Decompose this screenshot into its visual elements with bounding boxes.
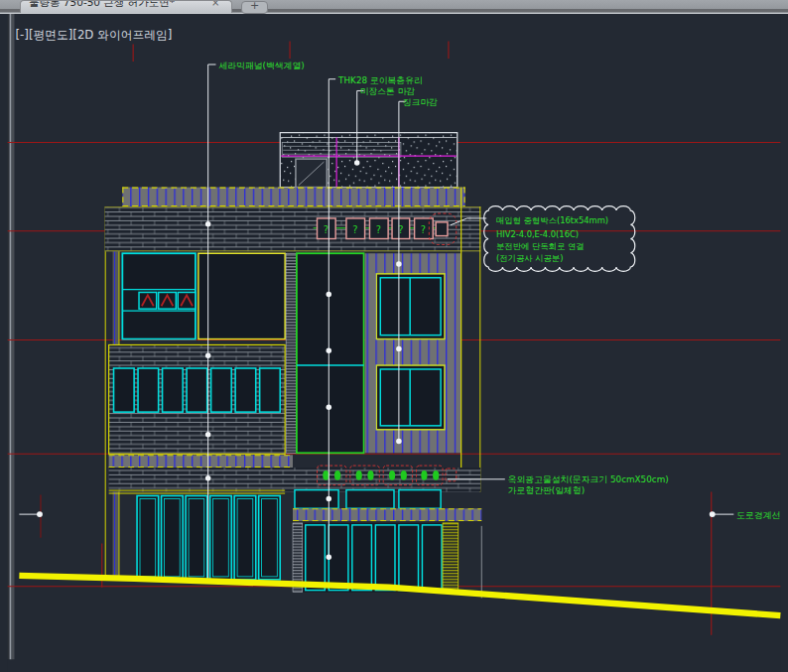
label-zinc-finish: 징크마감 xyxy=(403,97,438,107)
ribbon-window xyxy=(163,368,184,412)
storefront-pane xyxy=(375,525,395,591)
ribbon-window xyxy=(138,368,159,412)
box-glyph: ? xyxy=(376,224,381,235)
transom-window xyxy=(295,490,338,509)
siding-window-upper xyxy=(376,274,445,339)
label-signage-2: 가로형간판(일체형) xyxy=(508,486,585,496)
box-glyph: ? xyxy=(421,224,426,235)
ribbon-window xyxy=(211,368,232,412)
box-glyph: ? xyxy=(352,224,357,235)
callout-text-3: 분전반에 단독회로 연결 xyxy=(496,241,585,251)
curtain-wall-window xyxy=(297,253,364,453)
balcony-rail-band xyxy=(109,455,293,468)
storefront-pane xyxy=(399,525,419,591)
label-road-boundary: 도로경계선 xyxy=(736,510,780,520)
ribbon-window xyxy=(187,368,207,412)
callout-text-2: HIV2-4.0,E-4.0(16C) xyxy=(496,229,579,239)
file-tab-bar: 물량동 750-50 근생 허가도면* × + xyxy=(0,0,788,14)
ribbon-window xyxy=(260,368,281,412)
second-floor-left-block xyxy=(109,344,286,454)
signage-band xyxy=(109,466,505,491)
ribbon-window xyxy=(235,368,256,412)
model-space-canvas[interactable]: ? ? ? ? ? xyxy=(0,13,788,672)
label-glass: THK28 로이복층유리 xyxy=(337,75,423,85)
storefront-pane xyxy=(352,525,372,591)
window-mid-unit xyxy=(198,253,285,338)
penthouse xyxy=(280,133,458,188)
electrical-box-small xyxy=(436,222,448,236)
label-stone-finish: 미장스톤 마감 xyxy=(360,86,416,96)
corner-column-hatch xyxy=(443,523,459,593)
building-elevation: ? ? ? ? ? xyxy=(105,133,505,599)
label-signage-1: 옥외광고물설치(문자크기 50cmX50cm) xyxy=(508,474,669,484)
label-ceramic-panel: 세라믹패널(백색계열) xyxy=(218,61,304,70)
storefront-pane xyxy=(306,525,326,591)
transom-windows xyxy=(295,490,441,509)
siding-window-lower xyxy=(376,365,445,430)
transom-window xyxy=(346,490,394,509)
storefront-pane xyxy=(328,525,348,591)
plus-icon: + xyxy=(250,1,259,12)
roof-parapet-band xyxy=(122,188,464,207)
drawing-file-tab-title: 물량동 750-50 근생 허가도면* xyxy=(29,0,175,10)
transom-window xyxy=(399,490,441,509)
left-window-edge xyxy=(8,13,15,659)
new-tab-button[interactable]: + xyxy=(241,1,268,14)
tab-close-icon[interactable]: × xyxy=(211,0,219,8)
mullion-hatch xyxy=(286,253,297,453)
viewport-controls-label[interactable]: [-][평면도][2D 와이어프레임] xyxy=(15,28,172,42)
callout-text-4: (전기공사 시공분) xyxy=(496,253,563,263)
elevation-drawing[interactable]: ? ? ? ? ? xyxy=(0,13,788,672)
storefront-pane xyxy=(422,525,442,591)
drawing-file-tab[interactable]: 물량동 750-50 근생 허가도면* × xyxy=(20,0,232,13)
cad-application-window: 물량동 750-50 근생 허가도면* × + xyxy=(0,0,788,672)
canopy-band xyxy=(293,508,481,521)
box-glyph: ? xyxy=(324,224,328,235)
callout-text-1: 매입형 중형박스(16tx54mm) xyxy=(496,215,608,225)
ribbon-window xyxy=(114,368,135,412)
